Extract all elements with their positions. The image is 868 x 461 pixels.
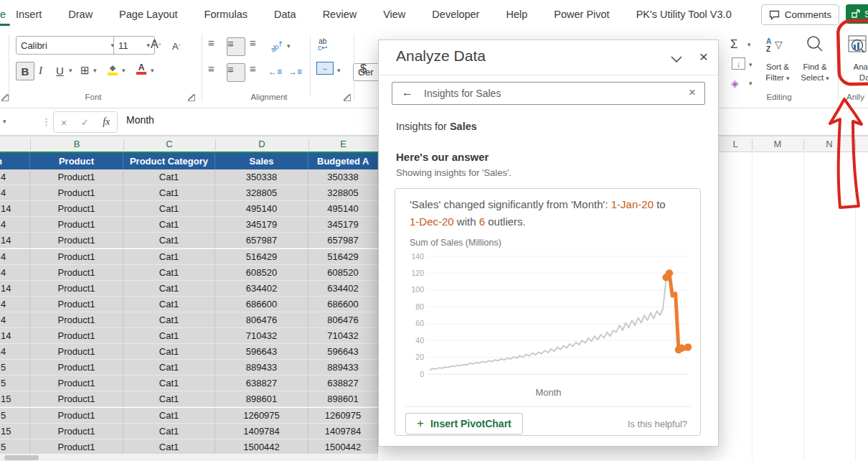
table-cell[interactable]: 638827 [308, 376, 378, 391]
column-header-N[interactable]: N [803, 139, 855, 149]
table-cell[interactable]: 889433 [308, 360, 378, 376]
table-cell[interactable]: Product1 [30, 249, 123, 265]
clear-icon[interactable]: ◈ [731, 75, 739, 92]
table-cell[interactable]: Product1 [30, 297, 123, 312]
increase-font-icon[interactable]: A^ [151, 36, 161, 53]
formula-bar-options-icon[interactable]: ⋮ [42, 113, 51, 130]
menu-item[interactable]: Page Layout [119, 9, 177, 20]
table-cell[interactable]: 495140 [215, 201, 308, 217]
table-cell[interactable]: Cat1 [123, 297, 215, 312]
scrollbar-thumb[interactable] [4, 455, 39, 460]
cell-month-fragment[interactable]: 14 [0, 233, 30, 248]
table-cell[interactable]: 1260975 [308, 408, 378, 424]
bold-button[interactable]: B [16, 62, 34, 80]
table-cell[interactable]: 345179 [215, 217, 308, 233]
sort-filter-button[interactable]: Sort & Filter ▾ [760, 62, 795, 84]
decrease-indent-icon[interactable]: ←≡ [268, 63, 282, 80]
currency-format-icon[interactable]: $ [360, 60, 367, 78]
decrease-font-icon[interactable]: Aˇ [172, 37, 180, 55]
table-cell[interactable]: 328805 [215, 185, 308, 201]
wrap-text-icon[interactable]: abc↩ [318, 36, 327, 53]
table-cell[interactable]: Cat1 [123, 376, 215, 391]
table-cell[interactable]: 345179 [308, 217, 378, 233]
table-cell[interactable]: 898601 [215, 391, 308, 407]
table-cell[interactable]: Product1 [30, 328, 123, 344]
table-cell[interactable]: 1500442 [215, 439, 308, 455]
table-cell[interactable]: 516429 [308, 249, 378, 265]
fill-dropdown[interactable]: ▾ [749, 56, 753, 73]
autosum-icon[interactable]: Σ [730, 36, 738, 53]
font-family-select[interactable]: Calibri▾ [16, 36, 119, 55]
table-header[interactable]: Product Category [123, 153, 215, 169]
table-cell[interactable]: Cat1 [123, 265, 215, 281]
align-bottom-icon[interactable]: ≡ [250, 37, 256, 55]
cell-month-fragment[interactable]: 5 [0, 376, 30, 391]
table-cell[interactable]: Cat1 [123, 360, 215, 376]
column-header-L[interactable]: L [719, 139, 752, 149]
menu-item[interactable]: Draw [68, 9, 93, 20]
cell-month-fragment[interactable]: 5 [0, 360, 30, 376]
underline-button[interactable]: U [56, 62, 64, 79]
menu-item[interactable]: View [383, 9, 405, 20]
formula-input[interactable]: Month [126, 114, 154, 126]
font-color-dropdown[interactable]: ▾ [151, 62, 154, 79]
table-cell[interactable]: Product1 [30, 201, 123, 217]
panel-close-button[interactable]: × [694, 47, 713, 66]
table-cell[interactable]: Product1 [30, 217, 123, 233]
borders-dropdown[interactable]: ▾ [93, 62, 97, 79]
table-cell[interactable]: 608520 [308, 265, 378, 281]
clipboard-dialog-launcher[interactable] [1, 94, 9, 101]
table-cell[interactable]: 806476 [308, 312, 378, 328]
table-cell[interactable]: 889433 [215, 360, 308, 376]
table-header-month[interactable]: Month [0, 153, 30, 169]
search-clear-icon[interactable]: × [689, 85, 696, 100]
table-cell[interactable]: 1409784 [308, 424, 378, 439]
find-select-button[interactable]: Find & Select ▾ [796, 62, 834, 84]
align-top-icon[interactable]: ≡ [208, 37, 214, 55]
table-cell[interactable]: Product1 [30, 439, 123, 455]
table-header[interactable]: Product [30, 153, 123, 169]
menu-item[interactable]: Help [506, 9, 527, 20]
cell-month-fragment[interactable]: 4 [0, 185, 30, 201]
cell-month-fragment[interactable]: 4 [0, 312, 30, 328]
table-cell[interactable]: Cat1 [123, 217, 215, 233]
analyze-data-icon[interactable] [847, 34, 867, 55]
table-cell[interactable]: Cat1 [123, 424, 215, 439]
table-cell[interactable]: Product1 [30, 360, 123, 376]
back-arrow-icon[interactable]: ← [402, 86, 413, 99]
table-cell[interactable]: 516429 [215, 249, 308, 265]
table-cell[interactable]: 350338 [215, 169, 308, 185]
cell-month-fragment[interactable]: 4 [0, 169, 30, 185]
table-cell[interactable]: Cat1 [123, 344, 215, 360]
cell-month-fragment[interactable]: 15 [0, 424, 30, 439]
table-cell[interactable]: 638827 [215, 376, 308, 391]
table-cell[interactable]: 806476 [215, 312, 308, 328]
insert-pivotchart-button[interactable]: + Insert PivotChart [405, 413, 523, 434]
share-button[interactable]: S [846, 4, 868, 24]
merge-center-icon[interactable]: ↔ [316, 62, 334, 75]
table-cell[interactable]: Product1 [30, 424, 123, 439]
table-cell[interactable]: Cat1 [123, 249, 215, 265]
font-dialog-launcher[interactable] [188, 94, 195, 101]
table-cell[interactable]: 328805 [308, 185, 378, 201]
table-cell[interactable]: Cat1 [123, 391, 215, 407]
panel-collapse-button[interactable] [668, 50, 685, 67]
italic-button[interactable]: I [39, 62, 42, 79]
table-cell[interactable]: 657987 [308, 233, 378, 248]
table-cell[interactable]: Cat1 [123, 328, 215, 344]
cell-month-fragment[interactable]: 14 [0, 328, 30, 344]
analyze-data-button[interactable]: Analyze Data [845, 62, 868, 83]
fill-color-dropdown[interactable]: ▾ [122, 62, 126, 79]
menu-item[interactable]: Formulas [204, 9, 247, 20]
cell-month-fragment[interactable]: 14 [0, 281, 30, 297]
menu-item[interactable]: Developer [432, 9, 479, 20]
table-cell[interactable]: Cat1 [123, 312, 215, 328]
table-cell[interactable]: Cat1 [123, 233, 215, 248]
fill-color-icon[interactable]: ◆ [108, 60, 118, 78]
is-this-helpful-link[interactable]: Is this helpful? [628, 419, 687, 429]
table-cell[interactable]: Product1 [30, 233, 123, 248]
table-cell[interactable]: Product1 [30, 312, 123, 328]
table-cell[interactable]: Product1 [30, 169, 123, 185]
table-cell[interactable]: 1500442 [308, 439, 378, 455]
table-header[interactable]: Budgeted A [308, 153, 378, 169]
